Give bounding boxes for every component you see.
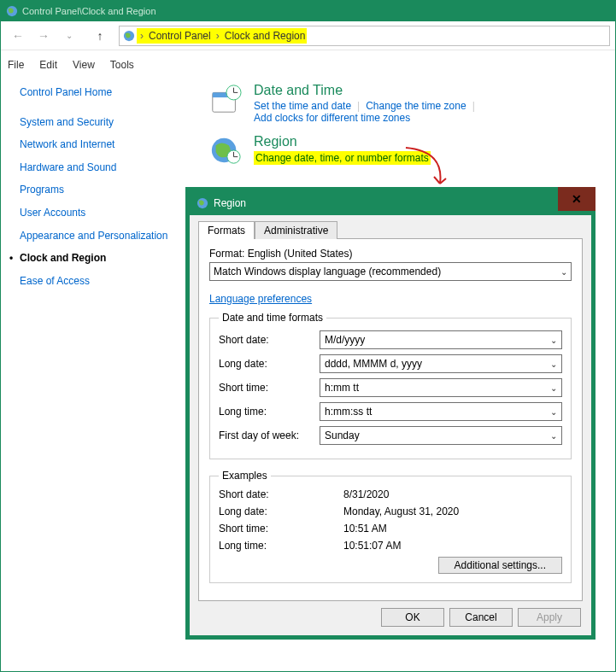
up-button[interactable]: ↑ — [88, 24, 112, 48]
long-date-select[interactable]: dddd, MMMM d, yyyy⌄ — [320, 354, 562, 373]
menu-bar: File Edit View Tools — [1, 56, 615, 74]
format-label: Format: English (United States) — [209, 248, 572, 260]
category-title-datetime[interactable]: Date and Time — [254, 83, 607, 98]
ex-short-date-label: Short date: — [219, 488, 343, 500]
tab-panel-formats: Format: English (United States) Match Wi… — [198, 238, 583, 601]
back-button[interactable]: ← — [6, 24, 30, 48]
breadcrumb-part[interactable]: Clock and Region — [225, 30, 306, 42]
sidebar-item[interactable]: User Accounts — [20, 207, 172, 220]
ex-long-time-label: Long time: — [219, 540, 343, 552]
cancel-button[interactable]: Cancel — [449, 608, 513, 627]
menu-file[interactable]: File — [8, 59, 24, 71]
link-set-time[interactable]: Set the time and date — [254, 100, 351, 112]
additional-settings-button[interactable]: Additional settings... — [438, 557, 562, 574]
format-select[interactable]: Match Windows display language (recommen… — [209, 262, 572, 281]
sidebar-home[interactable]: Control Panel Home — [20, 86, 172, 100]
ex-long-date-label: Long date: — [219, 505, 343, 517]
forward-button[interactable]: → — [32, 24, 56, 48]
tab-formats[interactable]: Formats — [198, 221, 255, 239]
apply-button[interactable]: Apply — [518, 608, 581, 627]
address-bar[interactable]: › Control Panel › Clock and Region — [119, 26, 610, 46]
window-title: Control Panel\Clock and Region — [22, 6, 156, 16]
examples-group: Examples Short date:8/31/2020 Long date:… — [209, 470, 572, 583]
sidebar-item[interactable]: Network and Internet — [20, 138, 172, 152]
chevron-down-icon: ⌄ — [550, 336, 557, 345]
region-dialog: Region ✕ Formats Administrative Format: … — [185, 187, 595, 640]
format-value: Match Windows display language (recommen… — [214, 266, 441, 278]
link-add-clocks[interactable]: Add clocks for different time zones — [254, 112, 410, 124]
long-time-label: Long time: — [219, 406, 320, 418]
menu-view[interactable]: View — [73, 59, 95, 71]
short-time-select[interactable]: h:mm tt⌄ — [320, 378, 562, 397]
short-time-label: Short time: — [219, 382, 320, 394]
dialog-title: Region — [214, 197, 246, 209]
sidebar-item[interactable]: Hardware and Sound — [20, 161, 172, 175]
breadcrumb-part[interactable]: Control Panel — [149, 30, 211, 42]
category-title-region[interactable]: Region — [254, 134, 431, 149]
clock-icon — [209, 83, 242, 115]
breadcrumb-sep: › — [138, 30, 145, 42]
datetime-formats-legend: Date and time formats — [219, 312, 326, 324]
close-button[interactable]: ✕ — [558, 187, 595, 211]
ex-long-time-value: 10:51:07 AM — [343, 540, 401, 552]
window-title-bar: Control Panel\Clock and Region — [1, 1, 615, 21]
breadcrumb-sep: › — [214, 30, 221, 42]
examples-legend: Examples — [219, 470, 271, 482]
region-icon — [209, 134, 242, 167]
sidebar: Control Panel Home System and Security N… — [1, 81, 180, 297]
ex-short-time-label: Short time: — [219, 523, 343, 535]
nav-toolbar: ← → ⌄ ↑ › Control Panel › Clock and Regi… — [1, 21, 615, 50]
short-date-label: Short date: — [219, 334, 320, 346]
menu-tools[interactable]: Tools — [110, 59, 134, 71]
sidebar-item[interactable]: Appearance and Personalization — [20, 230, 172, 243]
language-preferences-link[interactable]: Language preferences — [209, 293, 312, 305]
datetime-formats-group: Date and time formats Short date: M/d/yy… — [209, 312, 572, 459]
globe-icon — [6, 5, 18, 17]
menu-edit[interactable]: Edit — [39, 59, 57, 71]
chevron-down-icon: ⌄ — [550, 383, 557, 393]
long-time-select[interactable]: h:mm:ss tt⌄ — [320, 402, 562, 421]
first-day-label: First day of week: — [219, 429, 320, 441]
sidebar-item[interactable]: Programs — [20, 184, 172, 197]
first-day-select[interactable]: Sunday⌄ — [320, 426, 562, 445]
dialog-title-bar: Region ✕ — [190, 191, 591, 215]
tab-administrative[interactable]: Administrative — [255, 221, 337, 239]
ex-short-time-value: 10:51 AM — [343, 523, 387, 535]
sidebar-item-active[interactable]: Clock and Region — [20, 252, 172, 266]
chevron-down-icon: ⌄ — [550, 407, 557, 417]
recent-dropdown[interactable]: ⌄ — [57, 24, 81, 48]
chevron-down-icon: ⌄ — [550, 431, 557, 441]
sidebar-item[interactable]: System and Security — [20, 116, 172, 130]
ok-button[interactable]: OK — [381, 608, 444, 627]
ex-short-date-value: 8/31/2020 — [343, 488, 389, 500]
chevron-down-icon: ⌄ — [560, 267, 567, 277]
sidebar-item[interactable]: Ease of Access — [20, 275, 172, 289]
ex-long-date-value: Monday, August 31, 2020 — [343, 505, 459, 517]
short-date-select[interactable]: M/d/yyyy⌄ — [320, 330, 562, 349]
chevron-down-icon: ⌄ — [550, 359, 557, 369]
link-change-formats[interactable]: Change date, time, or number formats — [254, 151, 431, 165]
link-change-zone[interactable]: Change the time zone — [366, 100, 466, 112]
globe-icon — [197, 197, 208, 209]
long-date-label: Long date: — [219, 358, 320, 370]
globe-icon — [123, 30, 135, 42]
